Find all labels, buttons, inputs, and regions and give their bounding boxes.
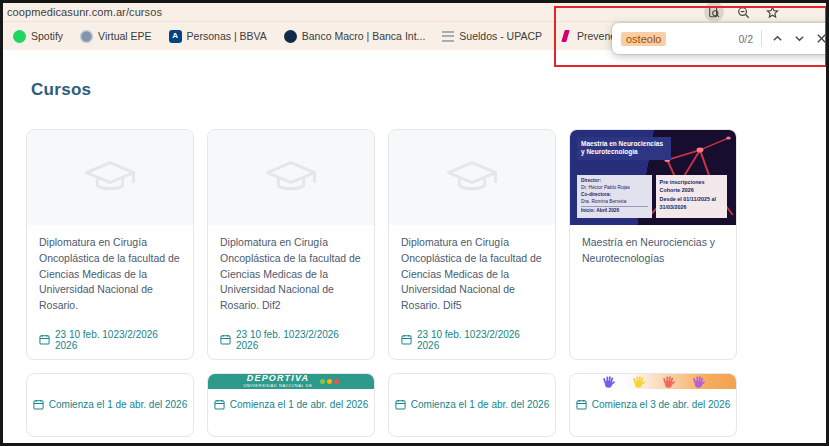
course-date: 23 10 feb. 1023/2/2026 2026	[401, 329, 543, 351]
course-card[interactable]: Comienza el 1 de abr. del 2026	[388, 373, 556, 437]
course-date-text: 23 10 feb. 1023/2/2026 2026	[236, 329, 362, 351]
find-in-page-bar: osteolo 0/2	[612, 23, 829, 54]
course-title: Maestría en Neurociencias y Neurotecnolo…	[582, 235, 724, 267]
deportiva-title: DEPORTIVA	[247, 374, 309, 383]
hand-icon	[660, 375, 677, 389]
course-image-maestria: Maestría en Neurociencias y Neurotecnolo…	[570, 130, 736, 225]
course-card[interactable]: Diplomatura en Cirugía Oncoplástica de l…	[26, 129, 194, 360]
course-date-text: 23 10 feb. 1023/2/2026 2026	[55, 329, 181, 351]
courses-page: Cursos Diplomatura en Cirugía Oncoplásti…	[3, 80, 826, 446]
graduation-cap-icon	[262, 157, 320, 199]
bookmark-item-bbva[interactable]: APersonas | BBVA	[169, 30, 267, 43]
calendar-icon	[401, 334, 412, 345]
course-title: Diplomatura en Cirugía Oncoplástica de l…	[401, 235, 543, 314]
course-card[interactable]: Comienza el 3 de abr. del 2026	[569, 373, 737, 437]
course-date: 23 10 feb. 1023/2/2026 2026	[39, 329, 181, 351]
bookmark-label: Spotify	[31, 30, 63, 42]
bookmark-item-virtual-epe[interactable]: Virtual EPE	[80, 30, 152, 43]
spotify-icon	[13, 30, 26, 43]
course-date: 23 10 feb. 1023/2/2026 2026	[220, 329, 362, 351]
course-title: Diplomatura en Cirugía Oncoplástica de l…	[220, 235, 362, 314]
bookmark-label: Sueldos - UPACP	[459, 30, 542, 42]
calendar-icon	[220, 334, 231, 345]
find-match-count: 0/2	[738, 33, 753, 45]
bookmark-label: Personas | BBVA	[187, 30, 267, 42]
address-bar-icons	[706, 4, 780, 20]
course-date: Comienza el 1 de abr. del 2026	[27, 399, 193, 410]
calendar-icon	[39, 334, 50, 345]
course-card-body: Diplomatura en Cirugía Oncoplástica de l…	[208, 225, 374, 359]
maestria-directors: Director: Dr. Héctor Pablo Rojas Co-dire…	[577, 175, 652, 218]
course-card[interactable]: DEPORTIVA UNIVERSIDAD NACIONAL DE Comien…	[207, 373, 375, 437]
course-date-text: Comienza el 1 de abr. del 2026	[230, 399, 368, 410]
virtual-epe-icon	[80, 30, 93, 43]
prevenet-icon	[561, 30, 569, 42]
course-date: Comienza el 3 de abr. del 2026	[570, 399, 736, 410]
course-card-body: Diplomatura en Cirugía Oncoplástica de l…	[389, 225, 555, 359]
hand-icon	[630, 375, 647, 389]
course-card-body: Diplomatura en Cirugía Oncoplástica de l…	[27, 225, 193, 359]
period-text: Desde el 01/11/2025 al 31/03/2026	[660, 195, 723, 211]
find-in-page-icon[interactable]	[706, 4, 722, 20]
bookmark-label: Virtual EPE	[98, 30, 152, 42]
find-next-icon[interactable]	[792, 32, 806, 46]
hand-icon	[600, 375, 617, 389]
calendar-icon	[576, 399, 587, 410]
calendar-icon	[33, 399, 44, 410]
course-date-text: Comienza el 1 de abr. del 2026	[49, 399, 187, 410]
codirector-label: Co-directora:	[581, 192, 648, 199]
maestria-enrollment: Pre inscripciones Cohorte 2026 Desde el …	[656, 175, 727, 218]
browser-window: coopmedicasunr.com.ar/cursos	[0, 0, 829, 446]
divider	[761, 30, 762, 47]
page-title: Cursos	[31, 80, 826, 100]
bookmark-label: Banco Macro | Banca Int...	[302, 30, 426, 42]
upacp-icon	[442, 31, 454, 42]
course-card[interactable]: Maestría en Neurociencias y Neurotecnolo…	[569, 129, 737, 360]
course-card[interactable]: Comienza el 1 de abr. del 2026	[26, 373, 194, 437]
deportiva-subtitle: UNIVERSIDAD NACIONAL DE	[243, 384, 312, 388]
course-row-1: Diplomatura en Cirugía Oncoplástica de l…	[26, 129, 826, 360]
course-image-placeholder	[389, 130, 555, 225]
codirector-name: Dra. Romina Berretta	[581, 199, 648, 206]
course-title: Diplomatura en Cirugía Oncoplástica de l…	[39, 235, 181, 314]
graduation-cap-icon	[443, 157, 501, 199]
calendar-icon	[395, 399, 406, 410]
address-url[interactable]: coopmedicasunr.com.ar/cursos	[7, 6, 162, 18]
bookmark-item-spotify[interactable]: Spotify	[13, 30, 63, 43]
address-bar: coopmedicasunr.com.ar/cursos	[3, 3, 826, 22]
maestria-info: Director: Dr. Héctor Pablo Rojas Co-dire…	[577, 175, 727, 218]
start-date: Inicio: Abril 2026	[581, 206, 648, 215]
maestria-banner: Maestría en Neurociencias y Neurotecnolo…	[577, 137, 671, 160]
course-image-hands	[570, 374, 736, 389]
find-previous-icon[interactable]	[770, 32, 784, 46]
calendar-icon	[214, 399, 225, 410]
course-date-text: Comienza el 1 de abr. del 2026	[411, 399, 549, 410]
hand-icon	[690, 375, 707, 389]
course-card[interactable]: Diplomatura en Cirugía Oncoplástica de l…	[388, 129, 556, 360]
course-image-placeholder	[208, 130, 374, 225]
course-date-text: 23 10 feb. 1023/2/2026 2026	[417, 329, 543, 351]
director-name: Dr. Héctor Pablo Rojas	[581, 185, 648, 192]
fruit-icons	[320, 379, 339, 384]
course-row-2: Comienza el 1 de abr. del 2026 DEPORTIVA…	[26, 373, 826, 437]
zoom-icon[interactable]	[735, 4, 751, 20]
find-query-input[interactable]: osteolo	[621, 32, 666, 46]
course-image-deportiva: DEPORTIVA UNIVERSIDAD NACIONAL DE	[208, 374, 374, 389]
course-image-blank	[27, 374, 193, 389]
cohort-text: Pre inscripciones Cohorte 2026	[660, 178, 723, 194]
course-date: Comienza el 1 de abr. del 2026	[389, 399, 555, 410]
course-image-placeholder	[27, 130, 193, 225]
bookmark-item-banco-macro[interactable]: Banco Macro | Banca Int...	[284, 30, 426, 43]
bbva-icon: A	[169, 30, 182, 43]
bookmark-star-icon[interactable]	[764, 4, 780, 20]
course-card[interactable]: Diplomatura en Cirugía Oncoplástica de l…	[207, 129, 375, 360]
graduation-cap-icon	[81, 157, 139, 199]
course-date-text: Comienza el 3 de abr. del 2026	[592, 399, 730, 410]
find-close-icon[interactable]	[814, 32, 828, 46]
bookmark-item-prevenet[interactable]: Prevenet	[559, 30, 619, 42]
bookmark-item-upacp[interactable]: Sueldos - UPACP	[442, 30, 542, 42]
course-date: Comienza el 1 de abr. del 2026	[208, 399, 374, 410]
course-card-body: Maestría en Neurociencias y Neurotecnolo…	[570, 225, 736, 359]
deportiva-text: DEPORTIVA UNIVERSIDAD NACIONAL DE	[243, 374, 312, 388]
banco-macro-icon	[284, 30, 297, 43]
